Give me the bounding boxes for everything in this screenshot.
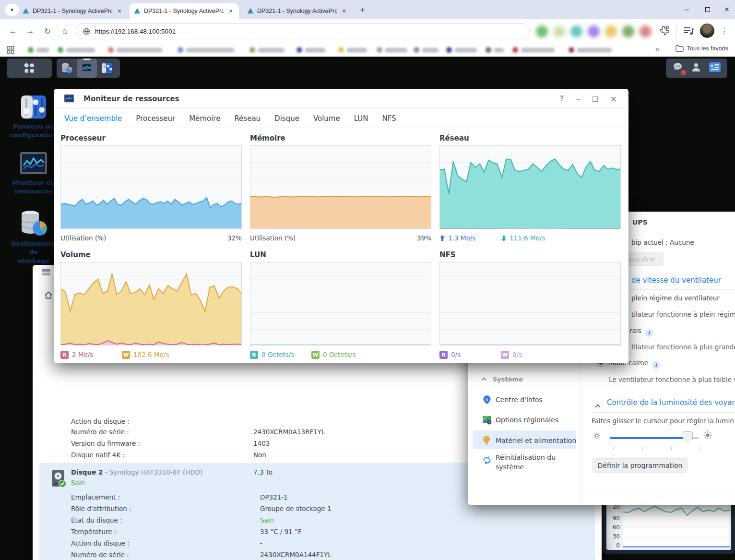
home-button[interactable]: ⌂ xyxy=(57,23,73,39)
fan-option-cool[interactable]: raisi xyxy=(629,327,653,337)
desktop-icon-control-panel[interactable]: Panneau deconfiguration xyxy=(9,94,59,140)
taskbar-control-panel[interactable] xyxy=(97,59,117,78)
window-close-button[interactable]: × xyxy=(724,0,729,19)
new-tab-button[interactable]: + xyxy=(356,4,368,16)
bookmark-item-blurred[interactable] xyxy=(108,47,162,53)
bookmark-item-blurred[interactable] xyxy=(512,47,555,53)
bookmark-item-blurred[interactable] xyxy=(486,47,504,53)
bookmark-item-blurred[interactable] xyxy=(569,47,612,53)
desktop-icon-resource-monitor[interactable]: Moniteur deressources xyxy=(9,151,59,196)
fan-speed-heading[interactable]: de vitesse du ventilateur xyxy=(631,276,721,285)
notifications-button[interactable] xyxy=(673,62,684,74)
tab-title: DP321-1 - Synology ActiveProt xyxy=(144,8,224,14)
sidebar-item-regional-options[interactable]: Options régionales xyxy=(482,415,558,425)
tab-cpu[interactable]: Processeur xyxy=(136,114,175,123)
browser-tab-3[interactable]: DP321-1 - Synology ActiveProt × xyxy=(243,3,352,19)
apps-grid-icon[interactable] xyxy=(6,46,15,56)
tab-overview[interactable]: Vue d’ensemble xyxy=(64,114,122,123)
extension-icon-blurred[interactable] xyxy=(640,25,652,37)
reload-button[interactable]: ↻ xyxy=(39,23,56,39)
bookmark-item-blurred[interactable] xyxy=(58,47,95,53)
tab-close-icon[interactable]: × xyxy=(340,7,348,15)
bookmark-item-blurred[interactable] xyxy=(178,47,234,53)
desktop-icon-storage-manager[interactable]: Gestionnaire destockage xyxy=(9,209,59,265)
widget-axis-label: 60 xyxy=(607,524,620,531)
forward-button[interactable]: → xyxy=(22,23,38,39)
home-icon[interactable] xyxy=(44,291,53,301)
extension-icon-blurred[interactable] xyxy=(605,25,617,37)
attr-value: - xyxy=(260,539,262,547)
info-icon[interactable]: i xyxy=(645,329,653,337)
widget-axis-label: 0 xyxy=(607,542,620,549)
extension-icon-blurred[interactable] xyxy=(553,25,565,37)
extensions-puzzle-icon[interactable] xyxy=(659,25,671,39)
brightness-slider-thumb[interactable] xyxy=(683,431,693,443)
bookmark-item-blurred[interactable] xyxy=(28,47,49,53)
widget-body: 20 90 60 30 0 xyxy=(606,503,731,550)
tab-memory[interactable]: Mémoire xyxy=(189,114,220,123)
sidebar-section-system[interactable]: Système xyxy=(482,376,523,383)
attr-label: Rôle d'attribution : xyxy=(71,505,131,512)
taskbar-resource-monitor-active[interactable] xyxy=(77,59,97,78)
bookmark-item-blurred[interactable] xyxy=(249,47,285,53)
browser-tab-2-active[interactable]: DP321-1 - Synology ActiveProt × xyxy=(130,3,239,19)
panel-title: Réseau xyxy=(439,134,621,143)
extension-icon-blurred[interactable] xyxy=(570,25,582,37)
tab-close-icon[interactable]: × xyxy=(115,7,124,15)
brightness-heading[interactable]: Contrôle de la luminosité des voyan xyxy=(607,398,735,407)
all-favorites-button[interactable]: Tous les favoris xyxy=(676,45,728,52)
minimize-button[interactable]: – xyxy=(576,95,580,103)
address-bar[interactable]: https://192.168.48.100:5001 xyxy=(76,23,530,39)
tab-network[interactable]: Réseau xyxy=(234,114,261,123)
window-minimize-button[interactable]: – xyxy=(685,0,689,19)
resource-monitor-titlebar[interactable]: Moniteur de ressources ? – × xyxy=(54,89,628,109)
tab-lun[interactable]: LUN xyxy=(354,114,368,123)
disk-attr-row: Version du firmware :1403 xyxy=(71,440,140,447)
tab-search-chevron-icon[interactable]: ▾ xyxy=(5,4,19,16)
bookmark-item-blurred[interactable] xyxy=(414,47,439,53)
main-menu-button[interactable] xyxy=(7,59,52,78)
sidebar-item-hardware-power[interactable]: Matériel et alimentation xyxy=(482,435,576,446)
close-button[interactable]: × xyxy=(610,94,617,104)
icon-label: Moniteur de xyxy=(12,179,55,186)
tab-nfs[interactable]: NFS xyxy=(382,114,396,123)
control-panel-icon xyxy=(101,62,113,74)
brightness-desc: Faites glisser le curseur pour régler la… xyxy=(592,417,734,425)
attr-value: 1403 xyxy=(253,440,270,447)
brightness-collapse-chevron[interactable] xyxy=(596,402,600,411)
reading-list-icon[interactable] xyxy=(683,26,695,38)
set-schedule-button[interactable]: Définir la programmation xyxy=(593,458,688,473)
sidebar-item-info-center[interactable]: i Centre d'infos xyxy=(482,395,543,405)
resource-monitor-icon xyxy=(63,94,75,104)
slider-tick xyxy=(613,447,614,450)
profile-avatar[interactable] xyxy=(700,24,714,38)
extension-icon-blurred[interactable] xyxy=(588,25,600,37)
window-maximize-button[interactable] xyxy=(705,0,710,19)
upload-arrow-icon xyxy=(439,235,445,241)
bookmark-item-blurred[interactable] xyxy=(338,47,367,53)
widgets-button[interactable] xyxy=(709,62,721,74)
sidebar-item-system-reset[interactable]: Réinitialisation dusystème xyxy=(482,453,556,472)
tab-ups[interactable]: UPS xyxy=(632,218,648,226)
bookmark-item-blurred[interactable] xyxy=(446,47,477,53)
more-bookmarks-chevron[interactable]: » xyxy=(655,45,659,53)
taskbar-storage-manager[interactable] xyxy=(57,59,77,78)
tab-volume[interactable]: Volume xyxy=(313,114,340,123)
volume-read-value: 2 Mo/s xyxy=(72,351,93,358)
help-button[interactable]: ? xyxy=(560,95,564,103)
info-icon[interactable]: i xyxy=(652,361,660,369)
bookmark-item-blurred[interactable] xyxy=(377,47,407,53)
fan-option-full-speed[interactable]: plein régime du ventilateur xyxy=(631,294,720,302)
browser-menu-icon[interactable]: ⋮ xyxy=(720,24,729,38)
user-menu-button[interactable] xyxy=(690,62,702,74)
tab-disk[interactable]: Disque xyxy=(274,114,299,123)
back-button[interactable]: ← xyxy=(5,23,21,39)
site-info-icon[interactable] xyxy=(83,28,90,35)
tab-close-icon[interactable]: × xyxy=(226,7,235,15)
browser-tab-1[interactable]: DP321-1 - Synology ActiveProt × xyxy=(18,3,128,19)
extension-icon-blurred[interactable] xyxy=(536,25,548,37)
extension-icon-blurred[interactable] xyxy=(622,25,634,37)
toolbar-divider xyxy=(676,25,677,37)
maximize-button[interactable] xyxy=(593,96,598,102)
bookmark-item-blurred[interactable] xyxy=(296,47,325,53)
